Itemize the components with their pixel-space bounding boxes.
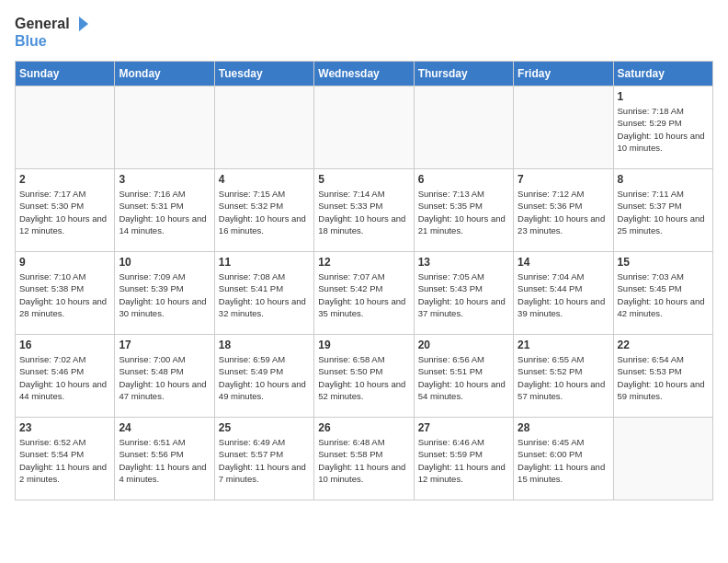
day-info: Sunrise: 7:08 AM Sunset: 5:41 PM Dayligh…	[219, 270, 310, 319]
calendar-cell: 2Sunrise: 7:17 AM Sunset: 5:30 PM Daylig…	[16, 169, 115, 252]
calendar-cell: 6Sunrise: 7:13 AM Sunset: 5:35 PM Daylig…	[414, 169, 513, 252]
header: General Blue	[15, 15, 713, 50]
calendar-cell: 4Sunrise: 7:15 AM Sunset: 5:32 PM Daylig…	[214, 169, 313, 252]
weekday-header-thursday: Thursday	[414, 62, 513, 86]
calendar-cell	[514, 86, 613, 169]
week-row-1: 2Sunrise: 7:17 AM Sunset: 5:30 PM Daylig…	[16, 169, 713, 252]
day-info: Sunrise: 7:11 AM Sunset: 5:37 PM Dayligh…	[618, 188, 709, 236]
day-number: 21	[518, 339, 609, 351]
day-number: 5	[318, 173, 409, 186]
day-number: 2	[19, 173, 110, 186]
day-info: Sunrise: 7:04 AM Sunset: 5:44 PM Dayligh…	[518, 270, 609, 319]
day-info: Sunrise: 7:15 AM Sunset: 5:32 PM Dayligh…	[219, 188, 310, 236]
day-number: 3	[119, 173, 210, 186]
calendar-cell: 20Sunrise: 6:56 AM Sunset: 5:51 PM Dayli…	[414, 335, 513, 418]
calendar-cell: 19Sunrise: 6:58 AM Sunset: 5:50 PM Dayli…	[314, 335, 414, 418]
day-info: Sunrise: 6:55 AM Sunset: 5:52 PM Dayligh…	[518, 353, 609, 402]
day-number: 18	[219, 339, 310, 351]
day-info: Sunrise: 7:12 AM Sunset: 5:36 PM Dayligh…	[518, 188, 609, 236]
week-row-2: 9Sunrise: 7:10 AM Sunset: 5:38 PM Daylig…	[16, 252, 713, 335]
day-info: Sunrise: 7:10 AM Sunset: 5:38 PM Dayligh…	[19, 270, 110, 319]
day-number: 22	[618, 339, 709, 351]
day-info: Sunrise: 7:09 AM Sunset: 5:39 PM Dayligh…	[119, 270, 210, 319]
day-number: 7	[518, 173, 609, 186]
day-number: 20	[418, 339, 509, 351]
calendar-cell: 10Sunrise: 7:09 AM Sunset: 5:39 PM Dayli…	[115, 252, 214, 335]
weekday-header-row: SundayMondayTuesdayWednesdayThursdayFrid…	[16, 62, 713, 86]
day-number: 23	[19, 421, 110, 434]
day-number: 13	[418, 256, 509, 269]
logo-arrow-icon	[72, 15, 90, 33]
calendar-cell: 22Sunrise: 6:54 AM Sunset: 5:53 PM Dayli…	[613, 335, 712, 418]
day-info: Sunrise: 6:51 AM Sunset: 5:56 PM Dayligh…	[119, 436, 210, 485]
day-number: 26	[318, 421, 409, 434]
calendar: SundayMondayTuesdayWednesdayThursdayFrid…	[15, 61, 713, 500]
day-info: Sunrise: 7:03 AM Sunset: 5:45 PM Dayligh…	[618, 270, 709, 319]
calendar-cell	[214, 86, 313, 169]
calendar-cell: 15Sunrise: 7:03 AM Sunset: 5:45 PM Dayli…	[613, 252, 712, 335]
day-info: Sunrise: 6:49 AM Sunset: 5:57 PM Dayligh…	[219, 436, 310, 485]
calendar-cell: 26Sunrise: 6:48 AM Sunset: 5:58 PM Dayli…	[314, 418, 414, 500]
calendar-cell: 23Sunrise: 6:52 AM Sunset: 5:54 PM Dayli…	[16, 418, 115, 500]
svg-marker-0	[79, 17, 88, 31]
calendar-cell: 5Sunrise: 7:14 AM Sunset: 5:33 PM Daylig…	[314, 169, 414, 252]
day-number: 27	[418, 421, 509, 434]
weekday-header-saturday: Saturday	[613, 62, 712, 86]
weekday-header-tuesday: Tuesday	[214, 62, 313, 86]
calendar-cell: 24Sunrise: 6:51 AM Sunset: 5:56 PM Dayli…	[115, 418, 214, 500]
day-number: 11	[219, 256, 310, 269]
calendar-cell	[613, 418, 712, 500]
weekday-header-monday: Monday	[115, 62, 214, 86]
calendar-cell: 25Sunrise: 6:49 AM Sunset: 5:57 PM Dayli…	[214, 418, 313, 500]
day-info: Sunrise: 7:07 AM Sunset: 5:42 PM Dayligh…	[318, 270, 409, 319]
calendar-cell: 7Sunrise: 7:12 AM Sunset: 5:36 PM Daylig…	[514, 169, 613, 252]
day-info: Sunrise: 7:00 AM Sunset: 5:48 PM Dayligh…	[119, 353, 210, 402]
day-number: 9	[19, 256, 110, 269]
calendar-cell: 14Sunrise: 7:04 AM Sunset: 5:44 PM Dayli…	[514, 252, 613, 335]
calendar-cell	[115, 86, 214, 169]
day-info: Sunrise: 7:02 AM Sunset: 5:46 PM Dayligh…	[19, 353, 110, 402]
day-info: Sunrise: 6:52 AM Sunset: 5:54 PM Dayligh…	[19, 436, 110, 485]
day-info: Sunrise: 6:46 AM Sunset: 5:59 PM Dayligh…	[418, 436, 509, 485]
calendar-cell	[16, 86, 115, 169]
calendar-cell	[314, 86, 414, 169]
weekday-header-sunday: Sunday	[16, 62, 115, 86]
day-info: Sunrise: 7:16 AM Sunset: 5:31 PM Dayligh…	[119, 188, 210, 236]
day-number: 4	[219, 173, 310, 186]
calendar-cell: 8Sunrise: 7:11 AM Sunset: 5:37 PM Daylig…	[613, 169, 712, 252]
day-info: Sunrise: 6:54 AM Sunset: 5:53 PM Dayligh…	[618, 353, 709, 402]
day-number: 1	[618, 90, 709, 103]
calendar-cell: 1Sunrise: 7:18 AM Sunset: 5:29 PM Daylig…	[613, 86, 712, 169]
weekday-header-friday: Friday	[514, 62, 613, 86]
calendar-cell: 9Sunrise: 7:10 AM Sunset: 5:38 PM Daylig…	[16, 252, 115, 335]
day-number: 10	[119, 256, 210, 269]
day-info: Sunrise: 7:13 AM Sunset: 5:35 PM Dayligh…	[418, 188, 509, 236]
calendar-cell: 28Sunrise: 6:45 AM Sunset: 6:00 PM Dayli…	[514, 418, 613, 500]
day-info: Sunrise: 6:58 AM Sunset: 5:50 PM Dayligh…	[318, 353, 409, 402]
day-info: Sunrise: 6:48 AM Sunset: 5:58 PM Dayligh…	[318, 436, 409, 485]
day-number: 6	[418, 173, 509, 186]
week-row-3: 16Sunrise: 7:02 AM Sunset: 5:46 PM Dayli…	[16, 335, 713, 418]
day-number: 25	[219, 421, 310, 434]
weekday-header-wednesday: Wednesday	[314, 62, 414, 86]
calendar-cell: 16Sunrise: 7:02 AM Sunset: 5:46 PM Dayli…	[16, 335, 115, 418]
calendar-cell: 27Sunrise: 6:46 AM Sunset: 5:59 PM Dayli…	[414, 418, 513, 500]
logo: General Blue	[15, 15, 90, 50]
calendar-cell: 21Sunrise: 6:55 AM Sunset: 5:52 PM Dayli…	[514, 335, 613, 418]
day-number: 8	[618, 173, 709, 186]
calendar-cell: 12Sunrise: 7:07 AM Sunset: 5:42 PM Dayli…	[314, 252, 414, 335]
calendar-cell: 18Sunrise: 6:59 AM Sunset: 5:49 PM Dayli…	[214, 335, 313, 418]
day-info: Sunrise: 7:14 AM Sunset: 5:33 PM Dayligh…	[318, 188, 409, 236]
calendar-cell: 13Sunrise: 7:05 AM Sunset: 5:43 PM Dayli…	[414, 252, 513, 335]
day-info: Sunrise: 6:59 AM Sunset: 5:49 PM Dayligh…	[219, 353, 310, 402]
calendar-cell: 17Sunrise: 7:00 AM Sunset: 5:48 PM Dayli…	[115, 335, 214, 418]
week-row-0: 1Sunrise: 7:18 AM Sunset: 5:29 PM Daylig…	[16, 86, 713, 169]
day-number: 16	[19, 339, 110, 351]
day-info: Sunrise: 7:18 AM Sunset: 5:29 PM Dayligh…	[618, 105, 709, 154]
day-info: Sunrise: 7:05 AM Sunset: 5:43 PM Dayligh…	[418, 270, 509, 319]
calendar-cell: 11Sunrise: 7:08 AM Sunset: 5:41 PM Dayli…	[214, 252, 313, 335]
day-number: 17	[119, 339, 210, 351]
calendar-cell	[414, 86, 513, 169]
day-number: 24	[119, 421, 210, 434]
calendar-cell: 3Sunrise: 7:16 AM Sunset: 5:31 PM Daylig…	[115, 169, 214, 252]
